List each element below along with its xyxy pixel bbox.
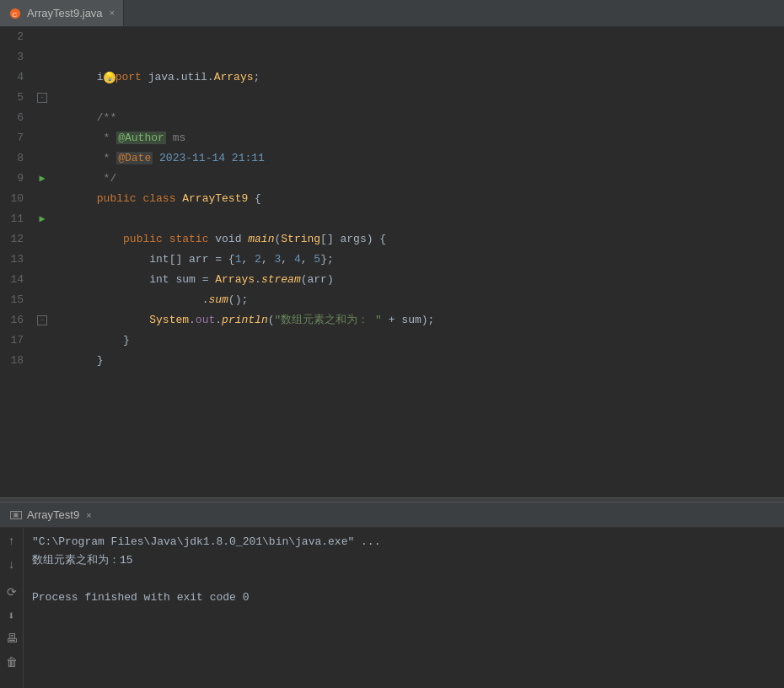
print-button[interactable]: 🖶 [3,631,20,648]
line-num-13: 13 [3,250,24,270]
console-body: ↑ ↓ ⟳ ⬇ 🖶 🗑 "C:\Program Files\Java\jdk1.… [0,528,784,688]
rerun-button[interactable]: ⟳ [3,583,20,600]
console-tab[interactable]: ▣ ArrayTest9 × [0,503,102,527]
console-exit-line: Process finished with exit code 0 [32,589,776,607]
class-keyword: class [142,192,182,205]
console-tab-close[interactable]: × [86,510,91,520]
console-command-line: "C:\Program Files\Java\jdk1.8.0_201\bin\… [32,533,776,551]
scroll-down-button[interactable]: ↓ [3,556,20,573]
gutter-16[interactable]: - [30,310,54,331]
javadoc-close: */ [97,172,116,185]
params-close: ) { [367,233,386,245]
tab-bar: C ArrayTest9.java × [0,0,784,27]
sum-var: sum [175,273,195,286]
gutter-9[interactable]: ▶ [30,169,54,189]
class-name: ArrayTest9 [182,192,255,205]
bulb-icon[interactable]: 💡 [104,72,115,83]
file-tab[interactable]: C ArrayTest9.java × [0,0,124,26]
indent-11 [97,233,123,245]
date-value: 2023-11-14 21:11 [153,152,265,164]
editor-area: 2 3 4 5 6 7 8 9 10 11 12 13 14 15 16 17 … [0,27,784,497]
comma3: , [281,253,294,266]
public-keyword: public [97,192,143,205]
close-brace-17: } [97,354,104,367]
gutter-6 [30,108,54,128]
string-space: " [368,314,382,326]
static-keyword: static [169,233,216,245]
stop-button[interactable]: ⬇ [3,607,20,624]
num4: 4 [294,253,301,266]
gutter-2 [30,27,54,47]
line-num-15: 15 [3,290,24,310]
import-keyword: i💡port java.util.Arrays; [97,71,260,83]
code-line-17: } [57,331,784,351]
eq-12: = { [208,253,234,266]
out-field: out [196,314,215,326]
public-static: public [123,233,169,245]
author-tag: @Author [116,132,166,144]
line-num-8: 8 [3,148,24,169]
sum-ref: sum [401,314,421,326]
println-close: ); [422,314,435,326]
console-icon: ▣ [10,511,22,519]
author-value: ms [166,132,185,144]
javadoc-asterisk-6: * [97,132,116,144]
sum-call: (); [228,293,248,306]
console-blank-line [32,570,776,589]
fold-button-16[interactable]: - [37,315,47,325]
console-tab-bar: ▣ ArrayTest9 × [0,503,784,528]
gutter-3 [30,47,54,67]
line-num-9: 9 [3,169,24,189]
fold-button-5[interactable]: - [37,93,47,103]
line-num-2: 2 [3,27,24,47]
code-editor[interactable]: i💡port java.util.Arrays; /** * @Author m… [54,27,784,497]
code-line-3: i💡port java.util.Arrays; [57,47,784,67]
line-num-14: 14 [3,270,24,290]
run-button-9[interactable]: ▶ [39,169,45,189]
clear-button[interactable]: 🗑 [3,654,20,671]
arr-arg: arr [308,273,327,286]
stream-method: stream [261,273,301,286]
gutter-17 [30,331,54,351]
dot-println: . [215,314,222,326]
console-tab-label: ArrayTest9 [27,508,79,521]
arr-close: }; [320,253,334,266]
java-file-icon: C [8,7,22,20]
int-type-13: int [149,273,169,286]
code-line-11: public static void main(String[] args) { [57,209,784,229]
run-button-11[interactable]: ▶ [39,209,45,229]
date-tag: @Date [116,152,153,164]
arrays-class: Arrays [215,273,255,286]
gutter-5[interactable]: - [30,88,54,108]
comma4: , [301,253,314,266]
println-method: println [222,314,268,326]
gutter-10 [30,189,54,209]
scroll-up-button[interactable]: ↑ [3,533,20,550]
eq-13: = [196,273,215,286]
gutter-15 [30,290,54,310]
line-num-17: 17 [3,331,24,351]
gutter-14 [30,270,54,290]
line-num-4: 4 [3,67,24,88]
dot-stream: . [255,273,261,286]
string-arg: "数组元素之和为： [275,314,369,326]
stream-close: ) [327,273,334,286]
line-num-6: 6 [3,108,24,128]
gutter-12 [30,229,54,250]
indent-15 [97,314,149,326]
comma1: , [241,253,255,266]
line-num-7: 7 [3,128,24,148]
stream-args: ( [301,273,308,286]
indent-13 [97,273,149,286]
line-num-10: 10 [3,189,24,209]
gutter-13 [30,250,54,270]
line-num-12: 12 [3,229,24,250]
gutter-11[interactable]: ▶ [30,209,54,229]
dot-out: . [189,314,196,326]
line-numbers: 2 3 4 5 6 7 8 9 10 11 12 13 14 15 16 17 … [0,27,30,497]
tab-filename: ArrayTest9.java [27,7,103,19]
tab-close-button[interactable]: × [110,8,115,19]
close-brace-16: } [123,334,130,347]
open-brace-9: { [255,192,261,205]
indent-14 [97,293,202,306]
